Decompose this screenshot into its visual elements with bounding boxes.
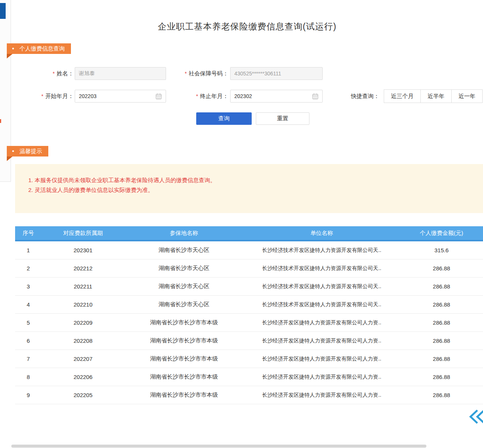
tips-line: 1. 本服务仅提供尚未领取企业职工基本养老保险待遇人员的缴费信息查询。 bbox=[28, 175, 475, 185]
table-row: 9202205湖南省长沙市长沙市市本级长沙经济开发区捷特人力资源开发有限公司人力… bbox=[15, 386, 483, 404]
start-month-value: 202203 bbox=[79, 93, 155, 99]
table-header-cell: 单位名称 bbox=[243, 226, 400, 240]
table-cell: 长沙经济开发区捷特人力资源开发有限公司人力资.. bbox=[243, 368, 400, 386]
table-row: 5202209湖南省长沙市长沙市市本级长沙经济开发区捷特人力资源开发有限公司人力… bbox=[15, 314, 483, 332]
ssn-value: 430525******306111 bbox=[234, 71, 318, 77]
table-header-cell: 序号 bbox=[15, 226, 42, 240]
table-cell: 3 bbox=[15, 278, 42, 295]
table-cell: 286.88 bbox=[400, 259, 483, 277]
table-cell: 9 bbox=[15, 386, 42, 404]
payment-records-table: 序号对应费款所属期参保地名称单位名称个人缴费金额(元) 1202301湖南省长沙… bbox=[15, 226, 483, 404]
ssn-label: * 社会保障号码： bbox=[166, 67, 228, 80]
table-cell: 长沙经济开发区捷特人力资源开发有限公司人力资.. bbox=[243, 386, 400, 404]
table-cell: 286.88 bbox=[400, 332, 483, 350]
table-cell: 286.88 bbox=[400, 368, 483, 386]
tips-panel: 1. 本服务仅提供尚未领取企业职工基本养老保险待遇人员的缴费信息查询。 2. 灵… bbox=[15, 164, 483, 213]
table-header-cell: 对应费款所属期 bbox=[42, 226, 125, 240]
table-cell: 202210 bbox=[42, 296, 125, 313]
table-cell: 湖南省长沙市天心区 bbox=[125, 241, 243, 259]
table-cell: 202212 bbox=[42, 259, 125, 277]
table-cell: 202205 bbox=[42, 386, 125, 404]
reset-button[interactable]: 重置 bbox=[256, 112, 309, 125]
sidebar-orange-mark bbox=[0, 119, 1, 123]
section-header-tips: • 温馨提示 bbox=[7, 146, 48, 156]
table-cell: 202301 bbox=[42, 241, 125, 259]
start-month-field[interactable]: 202203 bbox=[75, 90, 166, 103]
horizontal-scrollbar[interactable] bbox=[11, 445, 426, 448]
table-cell: 315.6 bbox=[400, 241, 483, 259]
table-header-cell: 个人缴费金额(元) bbox=[400, 226, 483, 240]
table-cell: 7 bbox=[15, 350, 42, 368]
table-cell: 286.88 bbox=[400, 278, 483, 295]
quick-btn-last-half-year[interactable]: 近半年 bbox=[420, 89, 452, 103]
table-cell: 286.88 bbox=[400, 386, 483, 404]
table-row: 3202211湖南省长沙市天心区长沙经济技术开发区捷特人力资源开发有限公司天..… bbox=[15, 278, 483, 296]
collapse-left-icon[interactable] bbox=[468, 408, 483, 425]
table-body: 1202301湖南省长沙市天心区长沙经济技术开发区捷特人力资源开发有限公司天..… bbox=[15, 241, 483, 404]
calendar-icon[interactable] bbox=[155, 93, 162, 100]
table-cell: 长沙经济技术开发区捷特人力资源开发有限公司天.. bbox=[243, 259, 400, 277]
table-cell: 6 bbox=[15, 332, 42, 350]
table-cell: 1 bbox=[15, 241, 42, 259]
ribbon-fold bbox=[7, 54, 12, 58]
table-cell: 202207 bbox=[42, 350, 125, 368]
table-cell: 湖南省长沙市长沙市市本级 bbox=[125, 350, 243, 368]
ribbon-bullet-icon: • bbox=[12, 148, 14, 155]
calendar-icon[interactable] bbox=[312, 93, 318, 100]
table-row: 8202206湖南省长沙市长沙市市本级长沙经济开发区捷特人力资源开发有限公司人力… bbox=[15, 368, 483, 386]
ssn-field[interactable]: 430525******306111 bbox=[230, 67, 323, 80]
table-cell: 202206 bbox=[42, 368, 125, 386]
table-row: 7202207湖南省长沙市长沙市市本级长沙经济开发区捷特人力资源开发有限公司人力… bbox=[15, 350, 483, 368]
table-header-cell: 参保地名称 bbox=[125, 226, 243, 240]
name-field[interactable]: 谢旭泰 bbox=[75, 67, 166, 80]
table-cell: 2 bbox=[15, 259, 42, 277]
end-month-label: * 终止年月： bbox=[177, 90, 228, 103]
end-month-value: 202302 bbox=[234, 93, 312, 99]
page-title: 企业职工基本养老保险缴费信息查询(试运行) bbox=[11, 21, 483, 32]
name-label: * 姓名： bbox=[23, 67, 74, 80]
table-cell: 202211 bbox=[42, 278, 125, 295]
table-cell: 湖南省长沙市天心区 bbox=[125, 278, 243, 295]
table-cell: 286.88 bbox=[400, 314, 483, 331]
table-cell: 湖南省长沙市天心区 bbox=[125, 259, 243, 277]
table-cell: 湖南省长沙市长沙市市本级 bbox=[125, 332, 243, 350]
table-cell: 湖南省长沙市长沙市市本级 bbox=[125, 314, 243, 331]
table-cell: 长沙经济技术开发区捷特人力资源开发有限公司天.. bbox=[243, 278, 400, 295]
table-cell: 长沙经济技术开发区捷特人力资源开发有限公司天.. bbox=[243, 296, 400, 313]
table-row: 1202301湖南省长沙市天心区长沙经济技术开发区捷特人力资源开发有限公司天..… bbox=[15, 241, 483, 259]
end-month-field[interactable]: 202302 bbox=[230, 90, 323, 103]
table-row: 6202208湖南省长沙市长沙市市本级长沙经济开发区捷特人力资源开发有限公司人力… bbox=[15, 332, 483, 350]
required-asterisk: * bbox=[53, 71, 55, 77]
required-asterisk: * bbox=[42, 93, 43, 99]
table-cell: 长沙经济开发区捷特人力资源开发有限公司人力资.. bbox=[243, 350, 400, 368]
tips-line: 2. 灵活就业人员的缴费单位信息以实际缴费为准。 bbox=[28, 185, 475, 195]
section-header-personal-query: • 个人缴费信息查询 bbox=[7, 43, 71, 54]
table-cell: 长沙经济开发区捷特人力资源开发有限公司人力资.. bbox=[243, 332, 400, 350]
table-cell: 4 bbox=[15, 296, 42, 313]
table-cell: 5 bbox=[15, 314, 42, 331]
table-header-row: 序号对应费款所属期参保地名称单位名称个人缴费金额(元) bbox=[15, 226, 483, 241]
name-value: 谢旭泰 bbox=[79, 70, 162, 77]
table-cell: 长沙经济技术开发区捷特人力资源开发有限公司天.. bbox=[243, 241, 400, 259]
quick-query-label: 快捷查询： bbox=[351, 89, 379, 103]
table-cell: 湖南省长沙市天心区 bbox=[125, 296, 243, 313]
ribbon-fold bbox=[7, 156, 12, 161]
required-asterisk: * bbox=[185, 71, 187, 77]
table-cell: 286.88 bbox=[400, 296, 483, 313]
table-cell: 长沙经济开发区捷特人力资源开发有限公司人力资.. bbox=[243, 314, 400, 331]
query-button[interactable]: 查询 bbox=[196, 112, 252, 125]
table-row: 4202210湖南省长沙市天心区长沙经济技术开发区捷特人力资源开发有限公司天..… bbox=[15, 296, 483, 314]
section-title-tips: 温馨提示 bbox=[20, 148, 42, 155]
section-title-personal-query: 个人缴费信息查询 bbox=[20, 45, 65, 52]
table-cell: 286.88 bbox=[400, 350, 483, 368]
table-cell: 202208 bbox=[42, 332, 125, 350]
required-asterisk: * bbox=[196, 93, 198, 99]
table-cell: 湖南省长沙市长沙市市本级 bbox=[125, 368, 243, 386]
quick-btn-last-year[interactable]: 近一年 bbox=[451, 89, 483, 103]
start-month-label: * 开始年月： bbox=[23, 90, 74, 103]
sidebar-blue-block bbox=[0, 3, 6, 19]
table-row: 2202212湖南省长沙市天心区长沙经济技术开发区捷特人力资源开发有限公司天..… bbox=[15, 259, 483, 278]
table-cell: 202209 bbox=[42, 314, 125, 331]
quick-btn-last-3-months[interactable]: 近三个月 bbox=[384, 89, 421, 103]
table-cell: 8 bbox=[15, 368, 42, 386]
